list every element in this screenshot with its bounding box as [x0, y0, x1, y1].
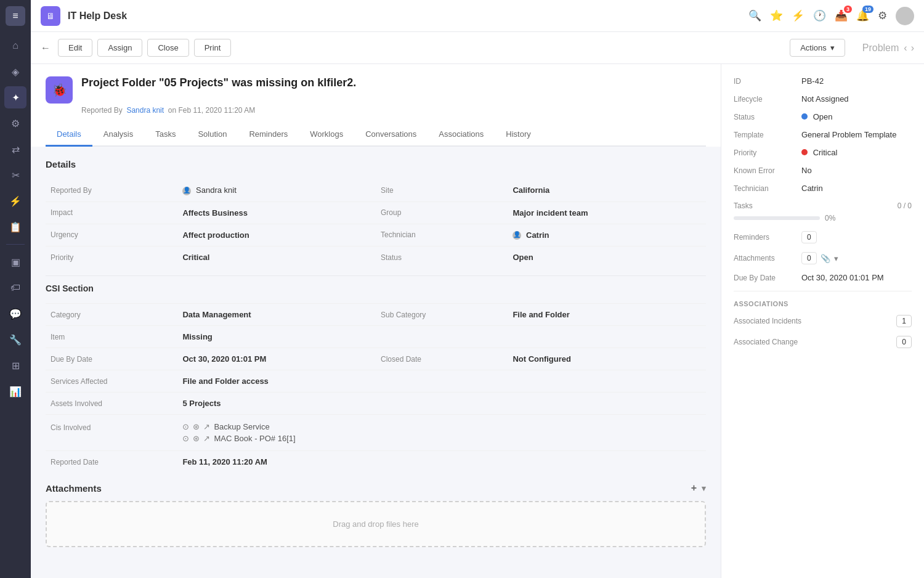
technician-value: Catrin: [526, 230, 549, 240]
tab-analysis[interactable]: Analysis: [92, 123, 144, 147]
tab-associations[interactable]: Associations: [428, 123, 495, 147]
rp-status-value: Open: [801, 112, 832, 121]
assign-button[interactable]: Assign: [97, 39, 142, 57]
main-content: 🐞 Project Folder "05 Projects" was missi…: [31, 64, 721, 578]
rp-id-value: PB-42: [801, 76, 824, 86]
nav-dashboard-icon[interactable]: ◈: [4, 60, 26, 83]
back-button[interactable]: ←: [41, 43, 51, 54]
table-row: Services Affected File and Folder access: [46, 370, 706, 393]
ticket-type-icon: 🐞: [46, 76, 73, 104]
attachments-add-button[interactable]: +: [691, 482, 697, 494]
ticket-reported-info: Reported By Sandra knit on Feb 11, 2020 …: [46, 106, 706, 115]
item-value-cell: Missing: [177, 326, 376, 348]
rp-lifecycle-value: Not Assigned: [801, 94, 849, 104]
nav-lightning-icon[interactable]: ⚡: [4, 190, 26, 212]
nav-chat-icon[interactable]: 💬: [4, 303, 26, 325]
attachments-drop-zone[interactable]: Drag and drop files here: [46, 501, 706, 547]
star-icon[interactable]: ⭐: [770, 9, 783, 22]
nav-chart-icon[interactable]: 📊: [4, 380, 26, 402]
technician-value-cell: 👤 Catrin: [508, 224, 706, 246]
close-ticket-button[interactable]: Close: [147, 39, 188, 57]
rp-attachments-label: Attachments: [734, 254, 801, 263]
nav-grid-icon[interactable]: ⊞: [4, 354, 26, 377]
nav-tools-icon[interactable]: ✂: [4, 164, 26, 186]
bell-icon[interactable]: 🔔 19: [856, 9, 869, 22]
rp-priority-label: Priority: [734, 149, 801, 157]
app-title: IT Help Desk: [68, 10, 741, 22]
subcategory-label-cell: Sub Category: [376, 304, 508, 326]
tab-details[interactable]: Details: [46, 123, 92, 147]
next-arrow-icon[interactable]: ›: [911, 43, 914, 54]
rp-associations-title: ASSOCIATIONS: [734, 300, 912, 307]
nav-book-icon[interactable]: 📋: [4, 216, 26, 238]
nav-tag-icon[interactable]: 🏷: [4, 277, 26, 299]
nav-ticket-icon[interactable]: ✦: [4, 86, 26, 108]
prev-arrow-icon[interactable]: ‹: [904, 43, 907, 54]
tasks-progress-bar: [734, 216, 820, 220]
rp-assoc-change-count: 0: [896, 336, 912, 348]
rp-id-label: ID: [734, 77, 801, 86]
site-label-cell: Site: [376, 179, 508, 201]
rp-technician-value: Catrin: [801, 184, 823, 193]
attachments-expand-icon[interactable]: ▾: [702, 484, 706, 493]
rp-status-label: Status: [734, 113, 801, 121]
attachments-label: Attachments: [46, 483, 102, 494]
rp-assoc-incidents-label: Associated Incidents: [734, 317, 896, 325]
rp-assoc-incidents-row: Associated Incidents 1: [734, 315, 912, 327]
cis-icon-1: ⊙: [182, 422, 189, 431]
print-button[interactable]: Print: [194, 39, 232, 57]
nav-shuffle-icon[interactable]: ⇄: [4, 138, 26, 160]
assets-involved-label-cell: Assets Involved: [46, 393, 177, 415]
reported-date-value-cell: Feb 11, 2020 11:20 AM: [177, 451, 376, 473]
reported-on-date: on Feb 11, 2020 11:20 AM: [168, 106, 255, 115]
top-header: 🖥 IT Help Desk 🔍 ⭐ ⚡ 🕐 📥 3 🔔 19 ⚙: [31, 0, 924, 32]
avatar[interactable]: [896, 7, 914, 25]
gear-settings-icon[interactable]: ⚙: [878, 9, 887, 22]
reported-by-label: Reported By: [81, 106, 123, 115]
tab-solution[interactable]: Solution: [187, 123, 238, 147]
ticket-title-section: 🐞 Project Folder "05 Projects" was missi…: [31, 64, 721, 147]
tasks-percent: 0%: [825, 214, 835, 222]
actions-button[interactable]: Actions ▾: [790, 39, 845, 57]
rp-attachments-row: Attachments 0 📎 ▾: [734, 252, 912, 264]
cis-item-row: ⊙ ⊛ ↗ Backup Service: [182, 421, 701, 433]
nav-home-icon[interactable]: ⌂: [4, 35, 26, 57]
tab-worklogs[interactable]: Worklogs: [299, 123, 354, 147]
reported-date-label-cell: Reported Date: [46, 451, 177, 473]
status-value-cell: Open: [508, 246, 706, 269]
table-row: Category Data Management Sub Category Fi…: [46, 304, 706, 326]
nav-box-icon[interactable]: ▣: [4, 251, 26, 273]
urgency-label-cell: Urgency: [46, 224, 177, 246]
rp-divider: [734, 291, 912, 291]
table-row: Due By Date Oct 30, 2020 01:01 PM Closed…: [46, 348, 706, 370]
history-icon[interactable]: 🕐: [813, 9, 826, 22]
attachments-section: Attachments + ▾ Drag and drop files here: [46, 482, 706, 547]
rp-technician-label: Technician: [734, 184, 801, 193]
rp-template-value: General Problem Template: [801, 130, 896, 139]
site-value-cell: California: [508, 179, 706, 201]
lightning-icon[interactable]: ⚡: [792, 9, 804, 22]
attachment-dropdown-icon[interactable]: ▾: [834, 254, 838, 263]
cis-involved-label-cell: Cis Involved: [46, 415, 177, 451]
rp-priority-value: Critical: [801, 148, 837, 157]
details-content: Details Reported By 👤 Sandra knit Site C…: [31, 147, 721, 560]
search-icon[interactable]: 🔍: [748, 9, 761, 22]
category-label-cell: Category: [46, 304, 177, 326]
inbox-icon[interactable]: 📥 3: [835, 9, 848, 22]
ticket-title: Project Folder "05 Projects" was missing…: [81, 76, 356, 89]
paperclip-icon[interactable]: 📎: [821, 254, 830, 263]
nav-arrows: ‹ ›: [904, 43, 914, 54]
tab-history[interactable]: History: [495, 123, 541, 147]
category-value-cell: Data Management: [177, 304, 376, 326]
nav-divider: [6, 244, 25, 245]
rp-assoc-change-label: Associated Change: [734, 338, 896, 346]
edit-button[interactable]: Edit: [58, 39, 92, 57]
nav-logo: ≡: [6, 6, 25, 26]
nav-wrench-icon[interactable]: 🔧: [4, 328, 26, 351]
nav-settings-icon[interactable]: ⚙: [4, 112, 26, 134]
tab-conversations[interactable]: Conversations: [354, 123, 428, 147]
reporter-link[interactable]: Sandra knit: [126, 106, 164, 115]
rp-reminders-label: Reminders: [734, 233, 801, 242]
tab-tasks[interactable]: Tasks: [144, 123, 187, 147]
tab-reminders[interactable]: Reminders: [238, 123, 299, 147]
